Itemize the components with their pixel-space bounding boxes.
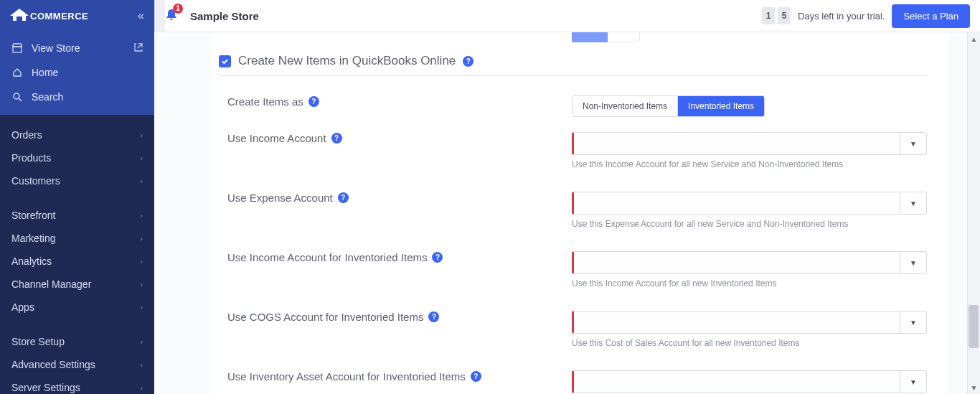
row-create-items-as: Create Items as ? Non-Inventoried Items … (219, 89, 927, 126)
notifications-button[interactable]: 1 (164, 8, 179, 24)
help-icon[interactable]: ? (308, 96, 319, 107)
sidebar-item-label: Home (32, 67, 58, 78)
sidebar-item-search[interactable]: Search (0, 85, 154, 109)
scroll-down-icon[interactable]: ▼ (968, 381, 980, 394)
expense-account-select[interactable]: ▼ (572, 192, 927, 215)
asset-account-select[interactable]: ▼ (572, 370, 927, 393)
dropdown-button[interactable]: ▼ (900, 370, 927, 393)
caret-down-icon: ▼ (910, 319, 917, 327)
row-asset-account: Use Inventory Asset Account for Inventor… (219, 364, 927, 394)
sidebar-item-view-store[interactable]: View Store (0, 36, 154, 60)
help-icon[interactable]: ? (331, 133, 342, 144)
sidebar-item-label: Store Setup (11, 336, 65, 347)
form-label: Create Items as ? (227, 95, 572, 108)
logo: COMMERCE (10, 9, 88, 23)
sidebar-item-label: Search (32, 91, 63, 103)
sidebar-item-marketing[interactable]: Marketing› (0, 227, 154, 250)
help-icon[interactable]: ? (428, 311, 439, 322)
bell-icon (164, 13, 179, 24)
form-label: Use Income Account? (227, 132, 572, 144)
sidebar-item-server-settings[interactable]: Server Settings› (0, 376, 154, 394)
scrollbar-thumb[interactable] (969, 305, 979, 348)
trial-day-digit: 1 (762, 7, 775, 24)
chevron-right-icon: › (141, 304, 143, 311)
svg-line-2 (19, 98, 22, 101)
sidebar-top: View Store Home Search (0, 36, 154, 115)
chevron-right-icon: › (141, 177, 143, 185)
income-inventoried-select[interactable]: ▼ (572, 251, 927, 274)
sidebar-item-apps[interactable]: Apps› (0, 296, 154, 319)
sidebar-item-storefront[interactable]: Storefront› (0, 204, 154, 227)
non-inventoried-button[interactable]: Non-Inventoried Items (573, 96, 677, 116)
select-plan-button[interactable]: Select a Plan (892, 4, 970, 28)
section-title: Create New Items in QuickBooks Online (238, 54, 456, 68)
logo-mark-icon (10, 9, 29, 23)
chevron-right-icon: › (141, 154, 143, 162)
help-icon[interactable]: ? (471, 371, 481, 382)
income-account-input[interactable] (572, 132, 900, 155)
cogs-account-input[interactable] (572, 311, 900, 334)
sidebar-item-customers[interactable]: Customers› (0, 169, 154, 192)
sidebar: COMMERCE « View Store Home Search Orders… (0, 0, 154, 394)
form-label: Use Income Account for Inventoried Items… (227, 251, 572, 263)
sidebar-item-channel-manager[interactable]: Channel Manager› (0, 273, 154, 296)
sidebar-item-label: Analytics (11, 255, 52, 267)
dropdown-button[interactable]: ▼ (900, 192, 927, 215)
sidebar-item-orders[interactable]: Orders› (0, 123, 154, 146)
chevron-right-icon: › (141, 361, 143, 369)
help-icon[interactable]: ? (463, 56, 473, 67)
inventoried-button[interactable]: Inventoried Items (677, 96, 764, 116)
income-account-select[interactable]: ▼ (572, 132, 927, 155)
sidebar-item-label: Orders (11, 129, 42, 141)
sidebar-item-products[interactable]: Products› (0, 146, 154, 169)
topbar-right: 1 5 Days left in your trial. Select a Pl… (762, 4, 970, 28)
dropdown-button[interactable]: ▼ (900, 311, 927, 334)
notification-badge: 1 (173, 4, 183, 14)
create-items-as-toggle: Non-Inventoried Items Inventoried Items (572, 95, 765, 117)
row-cogs-account: Use COGS Account for Inventoried Items? … (219, 304, 927, 364)
main: 1 Sample Store 1 5 Days left in your tri… (154, 0, 980, 394)
caret-down-icon: ▼ (910, 378, 917, 386)
form-label: Use Expense Account? (227, 192, 572, 204)
create-items-checkbox[interactable] (219, 55, 231, 67)
page-scrollbar[interactable]: ▲ ▼ (967, 32, 980, 394)
income-inventoried-input[interactable] (572, 251, 900, 274)
hint-text: Use this Cost of Sales Account for all n… (572, 338, 927, 348)
sidebar-item-label: Channel Manager (11, 278, 91, 290)
row-income-inventoried: Use Income Account for Inventoried Items… (219, 245, 927, 304)
settings-panel: Create New Items in QuickBooks Online ? … (212, 32, 948, 394)
chevron-right-icon: › (141, 281, 143, 289)
trial-days: 1 5 (762, 7, 791, 24)
create-items-section-header: Create New Items in QuickBooks Online ? (219, 45, 927, 76)
asset-account-input[interactable] (572, 370, 900, 393)
sidebar-item-label: Products (11, 152, 51, 164)
sidebar-item-advanced-settings[interactable]: Advanced Settings› (0, 353, 154, 376)
hint-text: Use this Income Account for all new Inve… (572, 278, 927, 289)
sidebar-item-analytics[interactable]: Analytics› (0, 250, 154, 273)
logo-text: COMMERCE (30, 11, 88, 22)
cogs-account-select[interactable]: ▼ (572, 311, 927, 334)
sidebar-nav: Orders› Products› Customers› Storefront›… (0, 115, 154, 394)
sidebar-item-home[interactable]: Home (0, 60, 154, 85)
store-name: Sample Store (190, 10, 259, 22)
collapse-sidebar-button[interactable]: « (138, 9, 144, 22)
expense-account-input[interactable] (572, 192, 900, 215)
help-icon[interactable]: ? (338, 192, 349, 203)
chevron-right-icon: › (141, 338, 143, 346)
external-link-icon (134, 42, 143, 54)
sidebar-item-label: View Store (32, 42, 80, 54)
form-label: Use Inventory Asset Account for Inventor… (227, 370, 572, 383)
hint-text: Use this Expense Account for all new Ser… (572, 219, 927, 229)
help-icon[interactable]: ? (432, 252, 443, 263)
chevron-right-icon: › (141, 235, 143, 243)
dropdown-button[interactable]: ▼ (900, 251, 927, 274)
search-icon (11, 92, 23, 102)
sidebar-header: COMMERCE « (0, 0, 154, 36)
sidebar-item-store-setup[interactable]: Store Setup› (0, 330, 154, 353)
caret-down-icon: ▼ (910, 200, 917, 207)
scroll-up-icon[interactable]: ▲ (968, 32, 980, 45)
sidebar-item-label: Marketing (11, 233, 55, 244)
dropdown-button[interactable]: ▼ (900, 132, 927, 155)
caret-down-icon: ▼ (910, 259, 917, 267)
sidebar-item-label: Customers (11, 175, 60, 187)
